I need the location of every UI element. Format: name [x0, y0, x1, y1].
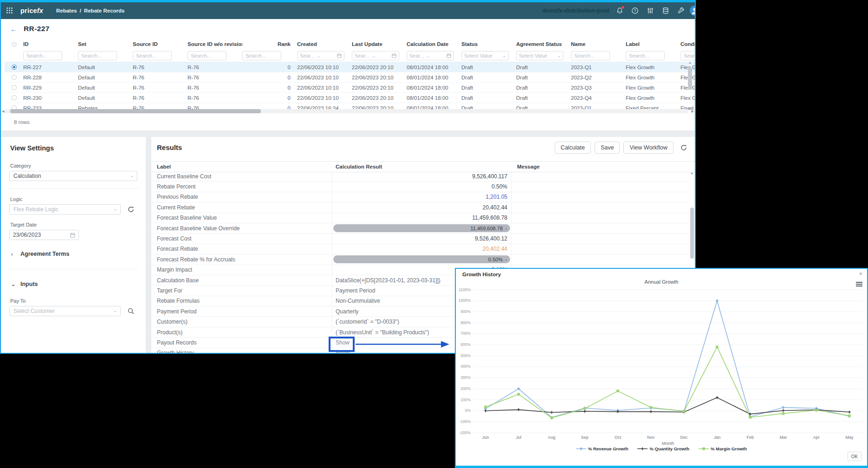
refresh-results-icon[interactable] [680, 144, 687, 151]
calculate-button[interactable]: Calculate [555, 142, 591, 154]
records-row-RR-227[interactable]: RR-227DefaultR-76R-76022/06/2023 10:1022… [5, 62, 695, 72]
cell-name: 2023-Q4 [571, 95, 626, 101]
agreement-terms-section[interactable]: › Agreement Terms [9, 247, 137, 261]
column-header-name[interactable]: Name [571, 41, 626, 47]
records-horizontal-scrollbar[interactable] [5, 109, 688, 113]
filter-search-source_id[interactable] [133, 51, 172, 60]
result-row: Forecast Cost9,526,400.12 [151, 234, 690, 244]
column-header-created[interactable]: Created [297, 41, 352, 47]
row-radio[interactable] [12, 65, 17, 70]
scroll-right-icon[interactable]: ▶ [692, 110, 694, 113]
column-header-last_update[interactable]: Last Update [352, 41, 407, 47]
category-select[interactable]: Calculation ⌄ [9, 171, 137, 181]
results-actions: Calculate Save View Workflow [555, 142, 687, 154]
database-icon[interactable] [662, 7, 669, 14]
records-row-RR-230[interactable]: RR-230DefaultR-76R-76022/06/2023 10:1022… [5, 93, 695, 103]
filter-search-set[interactable] [78, 51, 117, 60]
logic-select[interactable]: Flex Rebate Logic ⌄ [9, 204, 121, 214]
pricefx-logo[interactable]: pricefx [20, 7, 43, 14]
scroll-up-icon[interactable]: ▲ [688, 61, 692, 64]
result-message [512, 213, 690, 223]
cell-calculation_date: 08/01/2024 18:00 [407, 85, 461, 91]
breadcrumb[interactable]: Rebates / Rebate Records [56, 8, 125, 13]
user-avatar[interactable] [690, 6, 696, 16]
ok-button[interactable]: OK [848, 452, 862, 461]
result-message [512, 244, 690, 254]
inputs-section[interactable]: ⌄ Inputs [9, 277, 137, 292]
column-header-label[interactable]: Label [626, 41, 680, 47]
filter-search-condition[interactable] [680, 51, 695, 60]
filter-search-label[interactable] [626, 51, 665, 60]
filter-search-id[interactable] [23, 51, 62, 60]
svg-text:500%: 500% [460, 353, 471, 358]
result-label: Rebate Formulas [151, 296, 332, 306]
search-customer-icon[interactable] [127, 307, 135, 315]
svg-text:?: ? [634, 8, 636, 13]
vertical-scroll-thumb[interactable] [690, 208, 694, 259]
sliders-icon[interactable] [647, 7, 654, 14]
column-header-rank[interactable]: Rank [242, 41, 297, 47]
records-row-RR-229[interactable]: RR-229DefaultR-76R-76022/06/2023 10:1022… [5, 83, 695, 93]
scroll-left-icon[interactable]: ◀ [2, 110, 4, 113]
bell-icon[interactable] [616, 7, 623, 14]
horizontal-scroll-thumb[interactable] [10, 109, 261, 113]
chevron-down-icon: ⌄ [11, 281, 16, 287]
help-icon[interactable]: ? [631, 7, 639, 14]
filter-search-name[interactable] [571, 51, 610, 60]
row-radio[interactable] [12, 95, 17, 100]
records-vertical-scrollbar[interactable]: ▲ ▼ [688, 61, 692, 110]
row-radio[interactable] [12, 75, 17, 80]
filter-search-source_id_wo_revision[interactable] [188, 51, 227, 60]
result-label: Forecast Baseline Value [151, 213, 332, 223]
breadcrumb-rebates[interactable]: Rebates [56, 8, 77, 13]
override-input[interactable]: 0.50%⌄ [333, 255, 510, 263]
filter-select-agreement_status[interactable]: Select Value⌄ [516, 51, 564, 60]
filter-date-calculation_date[interactable]: Sear... → [407, 51, 454, 60]
cell-calculation_date: 08/01/2024 18:00 [407, 75, 461, 80]
column-header-calculation_date[interactable]: Calculation Date [407, 41, 461, 47]
vertical-scroll-thumb[interactable] [688, 67, 692, 90]
back-button[interactable]: ← [10, 25, 17, 33]
column-header-id[interactable]: ID [23, 41, 78, 47]
column-header-status[interactable]: Status [461, 41, 516, 47]
result-label: Current Baseline Cost [151, 171, 332, 181]
legend-item[interactable]: % Quantity Growth [637, 446, 689, 451]
pay-to-select[interactable]: Select Customer ⌄ [9, 306, 121, 316]
view-settings-panel: View Settings Category Calculation ⌄ Log… [1, 137, 146, 353]
save-button[interactable]: Save [595, 142, 620, 154]
legend-item[interactable]: % Margin Growth [699, 446, 747, 451]
result-label: Forecast Baseline Value Override [151, 223, 332, 233]
filter-date-created[interactable]: Sear... → [297, 51, 344, 60]
select-all-radio[interactable] [12, 42, 17, 47]
column-header-source_id_wo_revision[interactable]: Source ID w/o revision [188, 41, 242, 47]
cell-calculation_date: 08/01/2024 18:00 [407, 95, 461, 101]
scroll-up-icon[interactable]: ▲ [690, 171, 693, 175]
svg-text:1100%: 1100% [459, 287, 471, 292]
view-workflow-button[interactable]: View Workflow [623, 142, 674, 154]
app-grid-icon[interactable] [6, 7, 13, 14]
breadcrumb-rebate-records[interactable]: Rebate Records [84, 8, 125, 13]
close-icon[interactable]: × [859, 270, 862, 277]
svg-text:-200%: -200% [459, 430, 471, 435]
cell-last_update: 22/06/2023 20:10 [352, 65, 407, 70]
column-header-set[interactable]: Set [78, 41, 133, 47]
column-header-condition[interactable]: Condition [680, 41, 695, 47]
chart-title: Annual Growth [456, 279, 867, 285]
filter-select-status[interactable]: Select Value⌄ [461, 51, 509, 60]
result-value[interactable]: 1,201.05 [332, 192, 512, 202]
result-row: Current Baseline Cost9,526,400.117 [151, 171, 690, 182]
target-date-input[interactable]: 23/06/2023 [9, 230, 79, 240]
filter-date-last_update[interactable]: Sear... → [352, 51, 399, 60]
column-header-agreement_status[interactable]: Agreement Status [516, 41, 571, 47]
row-radio[interactable] [12, 85, 17, 90]
refresh-logic-icon[interactable] [127, 206, 135, 213]
legend-item[interactable]: % Revenue Growth [576, 446, 628, 451]
scroll-down-icon[interactable]: ▼ [688, 107, 692, 110]
column-header-source_id[interactable]: Source ID [133, 41, 188, 47]
filter-cell-rank [242, 51, 297, 60]
override-input[interactable]: 11,459,608.78⌄ [333, 224, 510, 232]
records-row-RR-228[interactable]: RR-228DefaultR-76R-76022/06/2023 10:1022… [5, 72, 695, 83]
wrench-icon[interactable] [677, 7, 685, 14]
filter-search-rank[interactable] [242, 51, 281, 60]
result-message [512, 202, 690, 212]
